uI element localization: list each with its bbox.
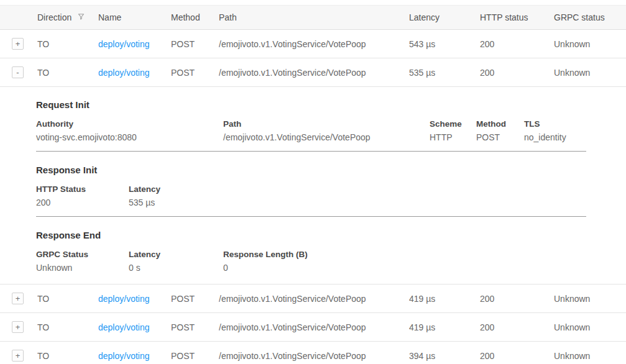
direction-cell: TO [37, 68, 98, 78]
expand-row-button[interactable]: + [12, 293, 24, 304]
response-end-section: Response End GRPC Status Unknown Latency… [36, 230, 586, 273]
col-header-method: Method [171, 12, 219, 22]
http-status-cell: 200 [480, 322, 554, 332]
method-cell: POST [171, 68, 219, 78]
filter-funnel-icon[interactable] [77, 12, 85, 22]
detail-field-latency: Latency 535 µs [129, 184, 586, 207]
grpc-status-cell: Unknown [554, 294, 626, 304]
latency-cell: 543 µs [409, 39, 480, 49]
latency-cell: 419 µs [409, 322, 480, 332]
direction-cell: TO [37, 294, 98, 304]
top-cropped-strip [0, 0, 626, 5]
table-row: + TO deploy/voting POST /emojivoto.v1.Vo… [0, 30, 626, 58]
method-cell: POST [171, 39, 219, 49]
section-title: Response End [36, 230, 586, 240]
http-status-cell: 200 [480, 68, 554, 78]
request-init-section: Request Init Authority voting-svc.emojiv… [36, 99, 586, 152]
name-link[interactable]: deploy/voting [98, 39, 150, 49]
expanded-row-detail-panel: Request Init Authority voting-svc.emojiv… [0, 87, 626, 284]
section-title: Response Init [36, 165, 586, 175]
table-row-expanded: - TO deploy/voting POST /emojivoto.v1.Vo… [0, 58, 626, 87]
response-init-section: Response Init HTTP Status 200 Latency 53… [36, 165, 586, 217]
col-header-latency: Latency [409, 12, 480, 22]
http-status-cell: 200 [480, 351, 554, 361]
name-link[interactable]: deploy/voting [98, 351, 150, 361]
detail-field-scheme: Scheme HTTP [430, 119, 476, 142]
detail-field-response-length: Response Length (B) 0 [223, 250, 586, 273]
latency-cell: 394 µs [409, 351, 480, 361]
name-link[interactable]: deploy/voting [98, 322, 150, 332]
http-status-cell: 200 [480, 39, 554, 49]
http-status-cell: 200 [480, 294, 554, 304]
path-cell: /emojivoto.v1.VotingService/VotePoop [219, 322, 409, 332]
detail-field-path: Path /emojivoto.v1.VotingService/VotePoo… [223, 119, 430, 142]
detail-field-method: Method POST [476, 119, 524, 142]
table-header-row: Direction Name Method Path Latency HTTP … [0, 5, 626, 30]
detail-field-latency: Latency 0 s [129, 250, 223, 273]
table-row: + TO deploy/voting POST /emojivoto.v1.Vo… [0, 342, 626, 364]
method-cell: POST [171, 322, 219, 332]
expand-row-button[interactable]: + [12, 38, 24, 50]
col-header-direction-label: Direction [37, 12, 71, 22]
section-title: Request Init [36, 99, 586, 110]
direction-cell: TO [37, 39, 98, 49]
table-row: + TO deploy/voting POST /emojivoto.v1.Vo… [0, 284, 626, 313]
grpc-status-cell: Unknown [554, 322, 626, 332]
detail-field-grpc-status: GRPC Status Unknown [36, 250, 129, 273]
latency-cell: 535 µs [409, 68, 480, 78]
name-link[interactable]: deploy/voting [98, 294, 150, 304]
detail-field-http-status: HTTP Status 200 [36, 184, 129, 207]
expand-row-button[interactable]: + [12, 350, 24, 362]
grpc-status-cell: Unknown [554, 68, 626, 78]
method-cell: POST [171, 294, 219, 304]
expand-row-button[interactable]: + [12, 321, 24, 333]
path-cell: /emojivoto.v1.VotingService/VotePoop [219, 39, 409, 49]
section-divider [36, 151, 586, 152]
detail-field-authority: Authority voting-svc.emojivoto:8080 [36, 119, 223, 142]
table-row: + TO deploy/voting POST /emojivoto.v1.Vo… [0, 313, 626, 342]
col-header-name: Name [98, 12, 171, 22]
method-cell: POST [171, 351, 219, 361]
grpc-status-cell: Unknown [554, 39, 626, 49]
section-divider [36, 216, 586, 217]
direction-cell: TO [37, 351, 98, 361]
path-cell: /emojivoto.v1.VotingService/VotePoop [219, 351, 409, 361]
latency-cell: 419 µs [409, 294, 480, 304]
grpc-status-cell: Unknown [554, 351, 626, 361]
name-link[interactable]: deploy/voting [98, 68, 150, 78]
collapse-row-button[interactable]: - [12, 66, 24, 78]
path-cell: /emojivoto.v1.VotingService/VotePoop [219, 294, 409, 304]
col-header-http-status: HTTP status [480, 12, 554, 22]
col-header-grpc-status: GRPC status [554, 12, 626, 22]
detail-field-tls: TLS no_identity [524, 119, 586, 142]
direction-cell: TO [37, 322, 98, 332]
path-cell: /emojivoto.v1.VotingService/VotePoop [219, 68, 409, 78]
col-header-path: Path [219, 12, 409, 22]
col-header-direction: Direction [37, 12, 98, 22]
